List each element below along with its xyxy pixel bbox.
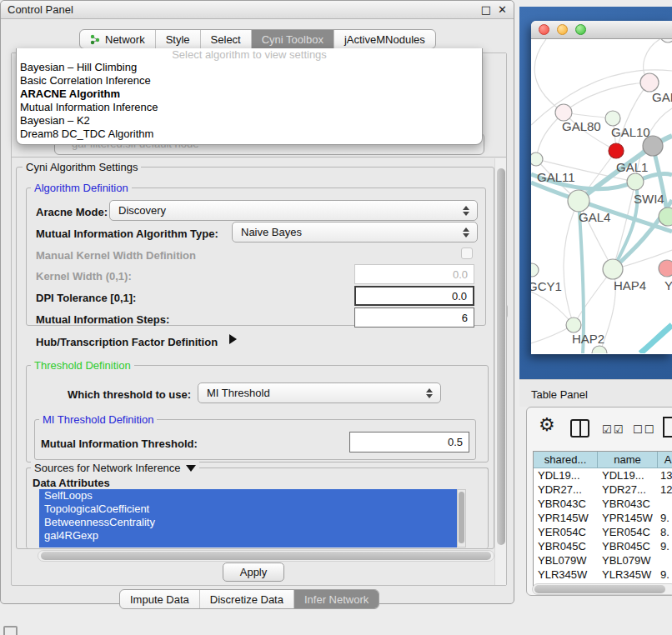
hub-definition-expander-label[interactable]: Hub/Transcription Factor Definition bbox=[36, 336, 218, 348]
close-traffic-icon[interactable] bbox=[539, 24, 549, 35]
kernel-width-label: Kernel Width (0,1): bbox=[36, 270, 132, 282]
node-gcy1[interactable] bbox=[531, 263, 539, 277]
node-attribute-table: shared... name A YDL19... YDL19... 13 YD… bbox=[533, 451, 672, 591]
float-window-icon[interactable]: □ bbox=[481, 3, 491, 16]
select-all-columns-icon[interactable]: ☑☑ bbox=[602, 423, 624, 436]
node-gal80[interactable] bbox=[555, 104, 572, 121]
node-gal11[interactable] bbox=[531, 152, 543, 166]
vertical-scrollbar[interactable] bbox=[494, 158, 506, 585]
tab-cyni-toolbox[interactable]: Cyni Toolbox bbox=[252, 30, 334, 48]
node-gal-top[interactable] bbox=[640, 73, 659, 92]
tab-jactivemnodules[interactable]: jActiveMNodules bbox=[334, 30, 435, 48]
attribute-item-selected[interactable]: gal4RGexp bbox=[39, 529, 457, 542]
vertical-scrollbar-thumb[interactable] bbox=[497, 168, 505, 545]
table-row[interactable]: YBR045C YBR045C 9. bbox=[534, 539, 672, 553]
table-panel-title: Table Panel bbox=[531, 388, 588, 401]
dropdown-item-selected[interactable]: ARACNE Algorithm bbox=[17, 88, 482, 101]
cell: 9. bbox=[658, 539, 672, 553]
column-header-shared[interactable]: shared... bbox=[534, 452, 598, 468]
sources-expander[interactable]: Sources for Network Inference bbox=[31, 462, 199, 474]
node-label-y-partial: Y bbox=[664, 278, 672, 292]
cell: YBR045C bbox=[534, 539, 598, 553]
table-panel-titlebar: Table Panel bbox=[519, 379, 672, 407]
table-horizontal-scrollbar[interactable] bbox=[532, 583, 672, 595]
tab-infer-network[interactable]: Infer Network bbox=[294, 590, 379, 608]
node-label-gal1: GAL1 bbox=[616, 160, 648, 174]
attributes-list-scrollbar[interactable] bbox=[457, 489, 466, 548]
node-hap4[interactable] bbox=[603, 259, 623, 279]
cell: YDL19... bbox=[598, 468, 658, 482]
table-row[interactable]: YDL19... YDL19... 13 bbox=[534, 468, 672, 482]
node-salmon[interactable] bbox=[659, 260, 672, 277]
table-row[interactable]: YDR27... YDR27... 12 bbox=[534, 482, 672, 497]
node-gal10[interactable] bbox=[605, 111, 620, 126]
dropdown-item[interactable]: Mutual Information Inference bbox=[17, 101, 482, 114]
table-header-row: shared... name A bbox=[534, 452, 672, 468]
node-right-green[interactable] bbox=[659, 208, 672, 226]
cell: 9. bbox=[658, 511, 672, 525]
node-gal1-highlighted[interactable] bbox=[609, 143, 624, 158]
table-row[interactable]: YLR345W YLR345W 9. bbox=[534, 568, 672, 582]
dropdown-item[interactable]: Basic Correlation Inference bbox=[17, 74, 482, 88]
sources-title: Sources for Network Inference bbox=[34, 462, 181, 474]
expand-right-icon[interactable] bbox=[229, 334, 237, 344]
cell bbox=[658, 553, 672, 568]
column-header-name[interactable]: name bbox=[598, 452, 658, 468]
manual-kernel-checkbox[interactable] bbox=[461, 248, 473, 259]
node-gal4[interactable] bbox=[568, 190, 589, 212]
node-swi4[interactable] bbox=[627, 173, 644, 190]
table-horizontal-scrollbar-thumb[interactable] bbox=[534, 585, 665, 593]
cell: YLR345W bbox=[534, 568, 598, 582]
mi-type-value: Naive Bayes bbox=[241, 226, 302, 238]
table-row[interactable]: YBL079W YBL079W bbox=[534, 553, 672, 568]
network-canvas[interactable]: GAL80 GAL10 GAL GAL11 GAL1 SWI4 GAL4 GCY… bbox=[531, 39, 672, 353]
kernel-width-field[interactable]: 0.0 bbox=[354, 264, 474, 284]
node-bottom-partial[interactable] bbox=[592, 346, 607, 353]
dpi-tolerance-field[interactable]: 0.0 bbox=[354, 286, 474, 306]
gear-icon[interactable]: ⚙ bbox=[539, 416, 555, 434]
tab-impute-data[interactable]: Impute Data bbox=[120, 590, 200, 608]
table-row[interactable]: YBR043C YBR043C bbox=[534, 497, 672, 511]
tab-style[interactable]: Style bbox=[156, 30, 201, 48]
attribute-item-selected[interactable]: BetweennessCentrality bbox=[39, 516, 457, 529]
node-unlabeled-top[interactable] bbox=[660, 39, 672, 42]
table-row[interactable]: YPR145W YPR145W 9. bbox=[534, 511, 672, 525]
which-threshold-select[interactable]: MI Threshold bbox=[198, 382, 441, 403]
apply-button[interactable]: Apply bbox=[223, 562, 284, 582]
mi-threshold-field[interactable]: 0.5 bbox=[349, 432, 469, 452]
horizontal-scrollbar-thumb[interactable] bbox=[41, 552, 491, 560]
minimize-traffic-icon[interactable] bbox=[557, 24, 568, 35]
column-header-partial[interactable]: A bbox=[658, 452, 672, 468]
node-label-gal11: GAL11 bbox=[537, 170, 575, 184]
horizontal-scrollbar[interactable] bbox=[38, 550, 494, 562]
mi-steps-field[interactable]: 6 bbox=[354, 308, 474, 328]
dropdown-item[interactable]: Bayesian – Hill Climbing bbox=[17, 61, 482, 74]
mi-type-select[interactable]: Naive Bayes bbox=[232, 222, 478, 242]
zoom-traffic-icon[interactable] bbox=[575, 24, 586, 35]
tab-label: Style bbox=[166, 33, 190, 46]
deselect-all-columns-icon[interactable]: ☐☐ bbox=[633, 423, 655, 436]
table-row[interactable]: YER054C YER054C 8. bbox=[534, 525, 672, 539]
minimized-panel-icon[interactable] bbox=[3, 626, 18, 635]
dropdown-item[interactable]: Bayesian – K2 bbox=[17, 114, 482, 128]
node-hap2[interactable] bbox=[566, 318, 581, 332]
tab-label: Infer Network bbox=[304, 593, 369, 606]
aracne-mode-select[interactable]: Discovery bbox=[109, 200, 478, 221]
dropdown-item[interactable]: Dream8 DC_TDC Algorithm bbox=[17, 128, 482, 141]
window-title: Control Panel bbox=[8, 3, 73, 16]
attribute-item-selected[interactable]: TopologicalCoefficient bbox=[39, 502, 457, 516]
export-table-icon[interactable] bbox=[663, 417, 672, 438]
manual-kernel-label: Manual Kernel Width Definition bbox=[36, 249, 196, 262]
dropdown-prompt: Select algorithm to view settings bbox=[17, 48, 482, 61]
split-pane-icon[interactable] bbox=[570, 419, 589, 438]
tab-select[interactable]: Select bbox=[201, 30, 252, 48]
tab-network[interactable]: Network bbox=[80, 30, 156, 48]
tab-discretize-data[interactable]: Discretize Data bbox=[200, 590, 294, 608]
cell: YPR145W bbox=[534, 511, 598, 525]
node-label-gal80: GAL80 bbox=[562, 119, 601, 133]
mi-steps-label: Mutual Information Steps: bbox=[36, 313, 169, 326]
apply-label: Apply bbox=[240, 566, 268, 578]
attribute-item-selected[interactable]: SelfLoops bbox=[39, 489, 457, 502]
close-window-icon[interactable]: ✕ bbox=[498, 3, 507, 16]
cell: YDR27... bbox=[534, 482, 598, 497]
